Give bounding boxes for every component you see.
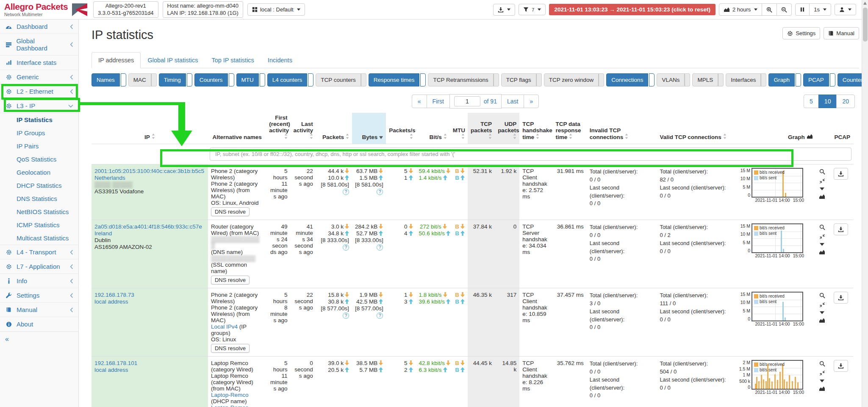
filter-toggle-handle[interactable] [420,73,426,86]
column-header-tcp-handshake-time[interactable]: TCP handshake time [519,113,552,144]
column-header-ip[interactable]: IP [92,113,208,144]
filter-toggle-handle[interactable] [830,73,835,86]
page-size-20[interactable]: 20 [836,95,855,108]
filter-toggle-handle[interactable] [361,73,366,86]
column-header-tcp-packets[interactable]: TCP packets [468,113,495,144]
manual-button[interactable]: Manual [824,27,859,39]
filter-toggle-mtu[interactable]: MTU [236,73,265,86]
sidebar-item-l2-ethernet[interactable]: L2 - Ethernet [0,84,78,99]
sidebar-item-dhcp-statistics[interactable]: DHCP Statistics [0,179,78,192]
row-expand-caret[interactable] [820,243,824,246]
sidebar-item-multicast-statistics[interactable]: Multicast Statistics [0,231,78,245]
tab-top-ip-statistics[interactable]: Top IP statistics [205,52,261,68]
row-collapse-button[interactable] [819,370,825,376]
settings-button[interactable]: Settings [782,27,820,39]
pcap-download-button[interactable] [834,223,848,235]
help-icon[interactable]: ? [377,312,383,319]
dns-resolve-button[interactable]: DNS resolve [211,276,250,284]
refresh-interval-button[interactable]: 1s [809,3,831,16]
bytes-mode-toggle-down[interactable]: B [453,223,465,230]
row-graph-button[interactable] [819,194,825,199]
ip-link[interactable]: 2a05:d018:e5a:a401:4f18:546b:933c:c57e [94,223,205,230]
sidebar-item-settings[interactable]: Settings [0,288,78,303]
filter-toggle-counters[interactable]: Counters [194,73,234,86]
row-search-button[interactable] [819,224,825,230]
sidebar-item-ip-pairs[interactable]: IP Pairs [0,139,78,153]
filter-toggle-handle[interactable] [151,73,157,86]
zoom-out-button[interactable] [776,3,792,16]
sidebar-item-geolocation[interactable]: Geolocation [0,166,78,179]
row-graph-button[interactable] [819,386,825,391]
page-number-input[interactable] [454,96,480,106]
zoom-in-button[interactable] [762,3,777,16]
last-page-button[interactable]: Last [501,95,524,108]
filter-toggle-handle[interactable] [685,73,690,86]
logo[interactable]: Allegro Packets Network Multimeter [4,2,89,17]
column-header-bit-s[interactable]: Bit/s [416,113,450,144]
ip-link[interactable]: 2001:1c05:2015:3100:f40c:cace:3b1b:b5c5 [94,168,205,174]
page-size-5[interactable]: 5 [804,95,819,108]
table-search-input[interactable] [210,148,851,161]
scrollbar-up-arrow[interactable] [863,2,867,5]
filter-toggle-counters-combined[interactable]: Counters (combined) [837,73,862,86]
filter-toggle-handle[interactable] [649,73,654,86]
graph-thumbnail[interactable]: bit/s receivedbit/s sent [752,292,803,321]
filter-toggle-connections[interactable]: Connections [606,73,654,86]
sidebar-item-l4-transport[interactable]: L4 - Transport [0,245,78,259]
ip-link[interactable]: local address [94,367,205,373]
pcap-download-button[interactable] [834,292,848,304]
bytes-mode-toggle-up[interactable]: B [453,175,465,181]
column-header-invalid-tcp-connections[interactable]: Invalid TCP connections [587,113,657,144]
row-collapse-button[interactable] [819,302,825,308]
alt-name-link[interactable]: Laptop-Remco (DHCPv4 name) [211,404,263,407]
filter-toggle-handle[interactable] [260,73,265,86]
filter-toggle-l4-counters[interactable]: L4 counters [267,73,314,86]
filter-toggle-vlans[interactable]: VLANs [657,73,690,86]
row-search-button[interactable] [819,293,825,298]
ip-link[interactable]: 192.168.178.101 [94,360,205,366]
first-page-button[interactable]: First [427,95,450,108]
time-range-badge[interactable]: 2021-11-01 13:03:23 → 2021-11-01 15:03:2… [549,4,715,15]
row-search-button[interactable] [819,361,825,367]
filter-toggle-handle[interactable] [599,73,604,86]
alt-name-link[interactable]: Local IPv4 (IP groups) [211,323,263,336]
filter-toggle-tcp-counters[interactable]: TCP counters [316,73,366,86]
filter-toggle-interfaces[interactable]: Interfaces [726,73,766,86]
column-header-packets[interactable]: Packets [316,113,352,144]
sidebar-item-global-dashboard[interactable]: Global Dashboard [0,34,78,56]
filter-toggle-tcp-flags[interactable]: TCP flags [501,73,542,86]
graph-thumbnail[interactable]: bit/s receivedbit/s sent [752,360,803,390]
filter-toggle-pcap[interactable]: PCAP [803,73,835,86]
sidebar-item-info[interactable]: Info [0,274,78,288]
filter-toggle-handle[interactable] [494,73,499,86]
column-header-packets-s[interactable]: Packets/s [386,113,416,144]
row-expand-caret[interactable] [820,311,824,314]
graph-thumbnail[interactable]: bit/s receivedbit/s sent [752,168,803,198]
filter-toggle-handle[interactable] [796,73,801,86]
bytes-mode-toggle-down[interactable]: B [453,292,465,298]
row-collapse-button[interactable] [819,234,825,240]
column-header-tcp-data-response-time[interactable]: TCP data response time [553,113,587,144]
alt-name-link[interactable]: Laptop-Remco (DHCP name) [211,392,263,404]
page-size-10[interactable]: 10 [818,95,837,108]
filter-toggle-handle[interactable] [536,73,542,86]
filter-toggle-tcp-retransmissions[interactable]: TCP Retransmissions [428,73,499,86]
dns-resolve-button[interactable]: DNS resolve [211,207,250,216]
column-header-mtu[interactable]: MTU [450,113,468,144]
time-window-button[interactable]: 2 hours [719,3,762,16]
filter-toggle-response-times[interactable]: Response times [369,73,426,86]
profile-selector[interactable]: local : Default [247,3,305,16]
next-page-button[interactable]: » [524,95,539,108]
sidebar-item-about[interactable]: About [0,317,78,332]
row-graph-button[interactable] [819,318,825,323]
column-header-first-recent-activity[interactable]: First (recent) activity [266,113,290,144]
download-menu-button[interactable] [493,4,515,16]
help-icon[interactable]: ? [343,189,349,195]
prev-page-button[interactable]: « [412,95,427,108]
sidebar-item-collapse[interactable]: « [0,332,78,346]
graph-thumbnail[interactable]: bit/s receivedbit/s sent [752,223,803,253]
filter-toggle-mpls[interactable]: MPLS [692,73,724,86]
tab-ip-addresses[interactable]: IP addresses [92,52,141,68]
scrollbar-thumb[interactable] [863,8,868,42]
sidebar-item-qos-statistics[interactable]: QoS Statistics [0,153,78,166]
